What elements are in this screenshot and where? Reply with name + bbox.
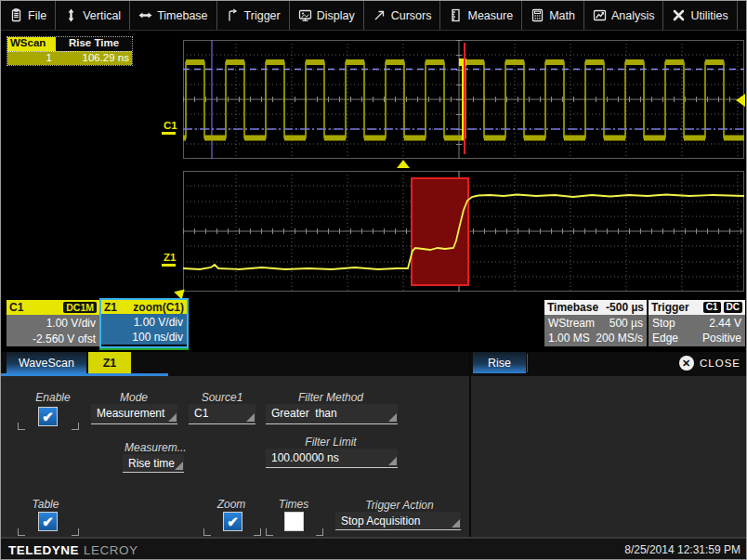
dropdown-arrow-icon: [388, 457, 397, 465]
z1-tdiv: 100 ns/div: [105, 331, 183, 344]
check-icon: ✔: [42, 410, 54, 423]
waveform-grid-z1[interactable]: [183, 171, 744, 292]
trigger-state: Stop: [652, 318, 675, 330]
menu-measure[interactable]: Measure: [440, 1, 522, 30]
menu-trigger-label: Trigger: [244, 9, 281, 22]
measurement-label: Measurem...: [124, 441, 184, 454]
c1-trace-marker: [162, 132, 176, 135]
menu-math[interactable]: Math: [522, 1, 584, 30]
check-icon: ✔: [42, 514, 54, 528]
menu-display[interactable]: Display: [290, 1, 364, 30]
menu-file[interactable]: File: [1, 1, 56, 30]
menu-file-label: File: [28, 9, 46, 22]
menu-display-label: Display: [317, 9, 355, 22]
z1-vdiv: 1.00 V/div: [105, 316, 183, 329]
brand-secondary: LECROY: [84, 543, 138, 557]
c1-offset: -2.560 V ofst: [10, 332, 96, 345]
filter-limit-label: Filter Limit: [284, 436, 377, 449]
cursors-icon: [373, 8, 387, 22]
trigger-coupling-badge: DC: [724, 302, 742, 313]
z1-selected-underline: [99, 348, 189, 350]
menu-math-label: Math: [549, 9, 575, 22]
menu-analysis[interactable]: Analysis: [584, 1, 664, 30]
filter-method-value: Greater than: [271, 407, 337, 420]
dialog-panel-separator: [469, 352, 471, 537]
measurement-value: Rise time: [128, 457, 175, 470]
dropdown-arrow-icon: [388, 413, 397, 422]
wavescan-result-table[interactable]: WScan Rise Time 1 106.29 ns: [7, 36, 133, 66]
dropdown-arrow-icon: [175, 462, 183, 470]
wavescan-result-row[interactable]: 1 106.29 ns: [7, 51, 132, 65]
close-label: CLOSE: [700, 358, 740, 369]
menu-measure-label: Measure: [467, 9, 513, 22]
waveform-grid-c1[interactable]: [183, 40, 744, 159]
zoom-position-marker-icon[interactable]: [397, 160, 410, 168]
menu-utilities[interactable]: Utilities: [663, 1, 737, 30]
close-button[interactable]: ✕ CLOSE: [679, 356, 740, 371]
wavescan-table-header: WScan Rise Time: [7, 37, 132, 51]
trigger-icon: [226, 8, 240, 22]
timebase-samples: 1.00 MS: [548, 332, 590, 345]
oscilloscope-screen: File Vertical Timebase Trigger Display C…: [0, 0, 747, 560]
trigger-box[interactable]: Trigger C1 DC Stop 2.44 V Edge Positive: [649, 300, 745, 346]
trigger-action-dropdown[interactable]: Stop Acquisition: [335, 512, 461, 530]
result-index: 1: [7, 52, 52, 65]
brand-logo: TELEDYNE LECROY: [8, 543, 138, 557]
trigger-action-value: Stop Acquisition: [341, 514, 420, 527]
trigger-slope: Positive: [702, 332, 741, 345]
brand-primary: TELEDYNE: [8, 543, 79, 557]
menu-utilities-label: Utilities: [690, 9, 727, 22]
c1-waveform-plot: [183, 40, 744, 159]
c1-descriptor-box[interactable]: C1 DC1M 1.00 V/div -2.560 V ofst: [7, 300, 99, 346]
times-checkbox[interactable]: ✔: [284, 512, 304, 531]
filter-limit-value: 100.00000 ns: [271, 451, 339, 464]
source1-value: C1: [194, 407, 208, 420]
tab-rise[interactable]: Rise: [473, 352, 526, 373]
math-icon: [531, 8, 544, 22]
trigger-type: Edge: [652, 332, 678, 345]
menu-support[interactable]: Support: [738, 1, 747, 30]
mode-dropdown[interactable]: Measurement: [91, 404, 177, 424]
timebase-mode: WStream: [548, 318, 595, 330]
datetime: 8/25/2014 12:31:59 PM: [624, 543, 740, 556]
timebase-box[interactable]: Timebase -500 µs WStream 500 µs 1.00 MS …: [544, 300, 647, 346]
timebase-window: 500 µs: [609, 318, 643, 330]
trigger-level-marker-icon[interactable]: [736, 94, 745, 107]
table-checkbox[interactable]: ✔: [38, 512, 58, 531]
c1-vdiv: 1.00 V/div: [10, 317, 96, 330]
tab-z1[interactable]: Z1: [88, 352, 131, 373]
status-bar: TELEDYNE LECROY 8/25/2014 12:31:59 PM: [1, 537, 747, 560]
vertical-icon: [64, 8, 78, 22]
menu-timebase-label: Timebase: [157, 9, 207, 22]
filter-method-label: Filter Method: [284, 391, 377, 404]
z1-descriptor-name: Z1: [104, 301, 117, 314]
menu-analysis-label: Analysis: [611, 9, 655, 22]
dropdown-arrow-icon: [246, 413, 255, 422]
wavescan-col-header: WScan: [7, 37, 56, 51]
filter-limit-dropdown[interactable]: 100.00000 ns: [266, 449, 398, 468]
zoom-checkbox[interactable]: ✔: [223, 512, 242, 531]
wavescan-dialog: WaveScan Z1 Rise ✕ CLOSE Enable ✔ Mode M…: [1, 352, 747, 537]
filter-method-dropdown[interactable]: Greater than: [266, 404, 398, 424]
measure-icon: [449, 8, 463, 22]
active-tab-underline: [1, 373, 168, 376]
menu-vertical[interactable]: Vertical: [56, 1, 130, 30]
menu-timebase[interactable]: Timebase: [130, 1, 216, 30]
tab-wavescan[interactable]: WaveScan: [7, 352, 86, 373]
menu-trigger[interactable]: Trigger: [217, 1, 290, 30]
menu-cursors[interactable]: Cursors: [364, 1, 441, 30]
c1-trace-label: C1: [164, 120, 177, 131]
timebase-rate: 200 MS/s: [596, 332, 643, 345]
measurement-dropdown[interactable]: Rise time: [123, 454, 184, 473]
trigger-level: 2.44 V: [709, 318, 741, 330]
menu-vertical-label: Vertical: [83, 9, 121, 22]
file-icon: [9, 8, 23, 22]
result-value: 106.29 ns: [52, 52, 132, 65]
analysis-icon: [593, 8, 607, 22]
z1-descriptor-box[interactable]: Z1 zoom(C1) 1.00 V/div 100 ns/div: [99, 298, 189, 348]
timebase-icon: [138, 8, 152, 22]
trigger-source-badge: C1: [703, 302, 721, 313]
display-icon: [298, 8, 312, 22]
enable-checkbox[interactable]: ✔: [38, 407, 58, 426]
source1-dropdown[interactable]: C1: [189, 404, 256, 424]
